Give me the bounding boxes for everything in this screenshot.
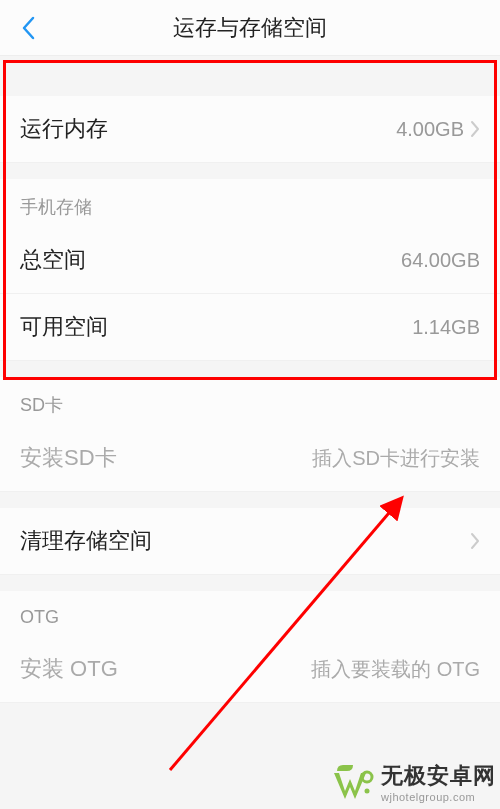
- row-label: 安装SD卡: [20, 443, 117, 473]
- page-title: 运存与存储空间: [0, 13, 500, 43]
- row-cleanup-storage[interactable]: 清理存储空间: [0, 508, 500, 575]
- watermark-logo-icon: [333, 761, 375, 803]
- spacer: [0, 56, 500, 96]
- watermark-text: 无极安卓网 wjhotelgroup.com: [381, 761, 496, 803]
- svg-point-2: [362, 772, 372, 782]
- chevron-right-icon: [470, 120, 480, 138]
- row-value: 64.00GB: [401, 249, 480, 272]
- watermark-main-text: 无极安卓网: [381, 761, 496, 791]
- spacer: [0, 361, 500, 377]
- chevron-left-icon: [21, 16, 35, 40]
- spacer: [0, 163, 500, 179]
- chevron-right-icon: [470, 532, 480, 550]
- watermark: 无极安卓网 wjhotelgroup.com: [333, 761, 496, 803]
- ram-value-text: 4.00GB: [396, 118, 464, 141]
- row-label: 安装 OTG: [20, 654, 118, 684]
- section-header-sd: SD卡: [0, 377, 500, 425]
- row-label: 运行内存: [20, 114, 108, 144]
- spacer: [0, 575, 500, 591]
- spacer: [0, 492, 500, 508]
- header: 运存与存储空间: [0, 0, 500, 56]
- row-label: 清理存储空间: [20, 526, 152, 556]
- row-label: 可用空间: [20, 312, 108, 342]
- row-install-sd: 安装SD卡 插入SD卡进行安装: [0, 425, 500, 492]
- back-button[interactable]: [12, 12, 44, 44]
- row-label: 总空间: [20, 245, 86, 275]
- row-value: 1.14GB: [412, 316, 480, 339]
- row-value: [464, 532, 480, 550]
- row-value: 4.00GB: [396, 118, 480, 141]
- watermark-url-text: wjhotelgroup.com: [381, 791, 496, 803]
- row-available-space[interactable]: 可用空间 1.14GB: [0, 294, 500, 361]
- section-header-phone-storage: 手机存储: [0, 179, 500, 227]
- row-hint: 插入SD卡进行安装: [312, 445, 480, 472]
- row-hint: 插入要装载的 OTG: [311, 656, 480, 683]
- row-ram[interactable]: 运行内存 4.00GB: [0, 96, 500, 163]
- row-install-otg: 安装 OTG 插入要装载的 OTG: [0, 636, 500, 703]
- svg-point-3: [365, 789, 370, 794]
- section-header-otg: OTG: [0, 591, 500, 636]
- row-total-space[interactable]: 总空间 64.00GB: [0, 227, 500, 294]
